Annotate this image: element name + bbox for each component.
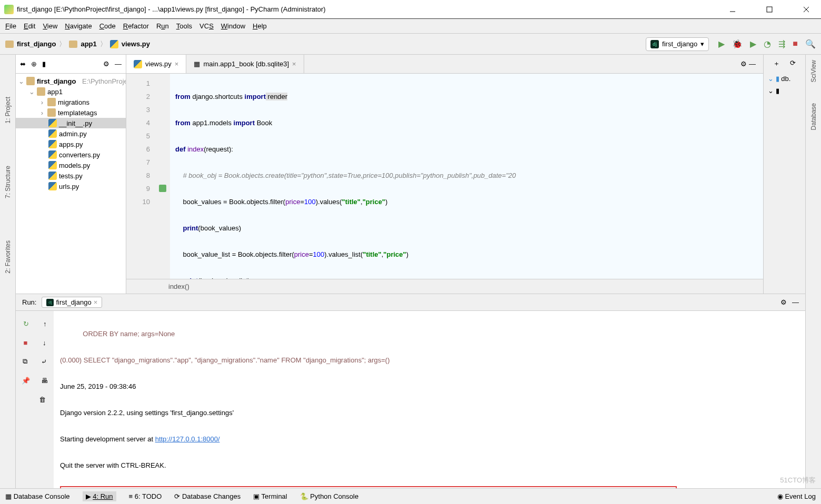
concurrent-button[interactable]: ⇶ — [778, 39, 785, 49]
menu-view[interactable]: View — [43, 22, 57, 30]
python-icon — [134, 60, 142, 68]
run-label: Run: — [22, 298, 36, 306]
status-run[interactable]: ▶ 4: Run — [83, 491, 116, 501]
refresh-icon[interactable]: ⟳ — [790, 59, 796, 68]
status-todo[interactable]: ≡ 6: TODO — [129, 492, 162, 500]
breadcrumb-root[interactable]: first_django — [17, 40, 56, 48]
gear-icon[interactable]: ⚙ — [780, 298, 787, 306]
left-rail: 1: Project 7: Structure 2: Favorites — [0, 55, 16, 488]
tab-db[interactable]: ▦ main.app1_book [db.sqlite3] × — [186, 55, 304, 73]
select-icon[interactable]: ⊕ — [31, 60, 37, 68]
run-config-name: first_django — [662, 40, 697, 48]
rail-database[interactable]: Database — [810, 103, 817, 130]
project-toolbar: ⬌ ⊕ ▮ ⚙ — — [16, 55, 126, 74]
window-title: first_django [E:\PythonProject\first_dja… — [17, 5, 722, 13]
rail-sciview[interactable]: SciView — [810, 60, 817, 82]
server-link[interactable]: http://127.0.0.1:8000/ — [155, 435, 220, 443]
code-area[interactable]: 12345678910 from django.shortcuts import… — [126, 74, 763, 279]
collapse-icon[interactable]: ⬌ — [20, 60, 26, 68]
menu-edit[interactable]: Edit — [24, 22, 35, 30]
project-panel: ⬌ ⊕ ▮ ⚙ — ⌄first_django E:\PythonProject… — [16, 55, 126, 294]
menu-tools[interactable]: Tools — [176, 22, 192, 30]
breadcrumb-file[interactable]: views.py — [122, 40, 150, 48]
rail-favorites[interactable]: 2: Favorites — [4, 240, 12, 274]
run-tab[interactable]: djfirst_django× — [42, 297, 102, 308]
trash-icon[interactable]: 🗑 — [39, 396, 46, 404]
status-dbconsole[interactable]: ▦ Database Console — [5, 492, 70, 500]
tree-file-init: __init__.py — [16, 118, 126, 128]
maximize-button[interactable] — [759, 2, 780, 17]
navbar: first_django 〉 app1 〉 views.py dj first_… — [0, 34, 821, 55]
close-button[interactable] — [796, 2, 817, 17]
menu-vcs[interactable]: VCS — [199, 22, 214, 30]
close-icon[interactable]: × — [292, 60, 296, 68]
breadcrumb-app[interactable]: app1 — [81, 40, 96, 48]
close-icon[interactable]: × — [175, 60, 179, 68]
python-icon — [110, 40, 118, 48]
status-pyconsole[interactable]: 🐍 Python Console — [300, 492, 358, 500]
rail-project[interactable]: 1: Project — [4, 97, 12, 124]
hide-icon[interactable]: — — [115, 60, 122, 68]
print-icon[interactable]: 🖶 — [41, 377, 48, 385]
run-button[interactable]: ▶ — [718, 39, 725, 49]
run-toolbar: ↻↑ ■↓ ⧉⤶ 📌🖶 🗑 — [16, 311, 54, 488]
statusbar: ▦ Database Console ▶ 4: Run ≡ 6: TODO ⟳ … — [0, 488, 821, 504]
tab-views[interactable]: views.py × — [126, 55, 186, 73]
hide-icon[interactable]: — — [792, 298, 799, 306]
status-eventlog[interactable]: ◉ Event Log — [777, 492, 816, 500]
gear-icon[interactable]: ⚙ — [103, 60, 109, 68]
menubar: File Edit View Navigate Code Refactor Ru… — [0, 19, 821, 34]
rail-structure[interactable]: 7: Structure — [4, 166, 12, 198]
titlebar: first_django [E:\PythonProject\first_dja… — [0, 0, 821, 19]
menu-navigate[interactable]: Navigate — [65, 22, 92, 30]
editor-tabs: views.py × ▦ main.app1_book [db.sqlite3]… — [126, 55, 763, 74]
breadcrumb: first_django 〉 app1 〉 views.py — [0, 39, 155, 49]
menu-window[interactable]: Window — [221, 22, 245, 30]
rerun-icon[interactable]: ↻ — [23, 320, 29, 328]
stop-button[interactable]: ■ — [793, 39, 798, 49]
editor: views.py × ▦ main.app1_book [db.sqlite3]… — [126, 55, 763, 294]
folder-icon — [5, 41, 14, 48]
app-icon — [4, 5, 14, 14]
editor-breadcrumb[interactable]: index() — [126, 279, 763, 294]
menu-run[interactable]: Run — [156, 22, 169, 30]
django-icon: dj — [650, 40, 659, 48]
menu-code[interactable]: Code — [99, 22, 116, 30]
gutter: 12345678910 — [126, 74, 155, 279]
run-config-selector[interactable]: dj first_django ▾ — [646, 37, 709, 51]
gutter-marks — [155, 74, 170, 279]
search-button[interactable]: 🔍 — [805, 39, 816, 49]
table-icon: ▦ — [194, 60, 200, 68]
svg-rect-1 — [767, 7, 772, 12]
run-panel: Run: djfirst_django× ⚙ — ↻↑ ■↓ ⧉⤶ 📌🖶 🗑 O… — [16, 294, 805, 488]
wrap-icon[interactable]: ⤶ — [41, 358, 47, 366]
menu-refactor[interactable]: Refactor — [123, 22, 149, 30]
watermark: 51CTO博客 — [780, 476, 816, 485]
stop-icon[interactable]: ■ — [23, 339, 27, 347]
status-dbchanges[interactable]: ⟳ Database Changes — [174, 492, 241, 500]
filter-icon[interactable]: ⧉ — [23, 357, 27, 366]
debug-button[interactable]: 🐞 — [732, 39, 743, 49]
profile-button[interactable]: ◔ — [764, 39, 771, 49]
down-icon[interactable]: ↓ — [43, 339, 46, 347]
status-terminal[interactable]: ▣ Terminal — [253, 492, 287, 500]
show-icon[interactable]: ▮ — [42, 60, 46, 68]
folder-icon — [69, 41, 77, 48]
right-rail: SciView Database — [805, 55, 821, 488]
project-tree[interactable]: ⌄first_django E:\PythonProject\first_dja… — [16, 74, 126, 294]
add-icon[interactable]: ＋ — [773, 59, 780, 68]
coverage-button[interactable]: ▶ — [750, 39, 756, 49]
sciview-panel: ＋⟳ ⌄ ▮ db. ⌄ ▮ — [763, 55, 805, 294]
menu-help[interactable]: Help — [253, 22, 267, 30]
editor-gear[interactable]: ⚙ — — [733, 55, 763, 73]
run-output[interactable]: ORDER BY name; args=None (0.000) SELECT … — [54, 311, 805, 488]
menu-file[interactable]: File — [5, 22, 16, 30]
chevron-down-icon: ▾ — [700, 40, 704, 48]
up-icon[interactable]: ↑ — [43, 320, 47, 328]
minimize-button[interactable] — [722, 2, 743, 17]
pin-icon[interactable]: 📌 — [22, 377, 30, 385]
code[interactable]: from django.shortcuts import render from… — [170, 74, 763, 279]
